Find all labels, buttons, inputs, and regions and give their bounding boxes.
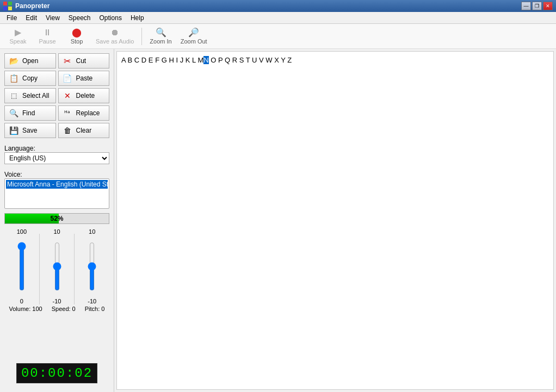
- stop-label: Stop: [71, 38, 83, 45]
- pitch-bottom: -10: [88, 298, 96, 304]
- minimize-button[interactable]: —: [521, 2, 531, 10]
- progress-label: 52%: [50, 215, 63, 222]
- pitch-track: [87, 235, 97, 298]
- zoom-in-button[interactable]: 🔍 Zoom In: [146, 27, 175, 46]
- cut-label: Cut: [76, 57, 87, 65]
- menu-bar: File Edit View Speech Options Help: [0, 12, 556, 24]
- volume-value-label: Volume: 100: [9, 306, 42, 312]
- app-icon: [3, 2, 12, 10]
- zoom-out-label: Zoom Out: [181, 38, 207, 45]
- app-title: Panopreter: [15, 2, 50, 10]
- open-label: Open: [22, 57, 38, 65]
- pitch-top: 10: [89, 228, 95, 235]
- volume-bottom: 0: [20, 298, 23, 304]
- pitch-slider-col: 10 -10: [75, 228, 109, 304]
- voice-list[interactable]: Microsoft Anna - English (United State: [4, 178, 109, 209]
- clear-icon: 🗑: [62, 125, 73, 136]
- paste-label: Paste: [76, 74, 93, 82]
- replace-button[interactable]: ᴴᵃ Replace: [58, 105, 110, 121]
- close-button[interactable]: ✕: [543, 2, 553, 10]
- menu-speech[interactable]: Speech: [64, 13, 95, 23]
- find-button[interactable]: 🔍 Find: [4, 105, 56, 121]
- save-icon: 💾: [8, 125, 19, 136]
- delete-label: Delete: [76, 92, 95, 99]
- menu-help[interactable]: Help: [126, 13, 149, 23]
- speed-track: [52, 235, 63, 298]
- speed-bottom: -10: [53, 298, 61, 304]
- select-all-button[interactable]: ⬚ Select All: [4, 88, 56, 103]
- pause-label: Pause: [39, 38, 55, 45]
- speed-top: 10: [53, 228, 60, 235]
- editor-area[interactable]: A B C D E F G H I J K L MN O P Q R S T U…: [116, 51, 554, 390]
- open-button[interactable]: 📂 Open: [4, 53, 56, 69]
- paste-icon: 📄: [62, 73, 73, 84]
- save-label: Save: [22, 127, 37, 134]
- replace-icon: ᴴᵃ: [62, 108, 73, 119]
- zoom-out-icon: 🔎: [188, 28, 199, 37]
- speed-value-label: Speed: 0: [52, 306, 76, 312]
- pause-icon: ⏸: [43, 28, 52, 37]
- left-panel: 📂 Open ✂ Cut 📋 Copy 📄 Paste ⬚ Select All…: [0, 49, 114, 392]
- speak-button[interactable]: ▶ Speak: [4, 27, 32, 46]
- speed-slider-col: 10 -10: [40, 228, 75, 304]
- timer-display: 00:00:02: [16, 363, 97, 383]
- quick-access-grid: 📂 Open ✂ Cut 📋 Copy 📄 Paste ⬚ Select All…: [4, 53, 109, 138]
- save-audio-button[interactable]: ⏺ Save as Audio: [92, 27, 137, 46]
- volume-slider[interactable]: [16, 242, 27, 291]
- save-button[interactable]: 💾 Save: [4, 123, 56, 138]
- pitch-value-label: Pitch: 0: [85, 306, 105, 312]
- sliders-labels: Volume: 100 Speed: 0 Pitch: 0: [4, 306, 109, 312]
- language-label: Language:: [4, 145, 109, 152]
- editor-content-before: A B C D E F G H I J K L M: [121, 56, 203, 64]
- toolbar-sep-1: [141, 28, 142, 45]
- find-icon: 🔍: [8, 108, 19, 119]
- menu-edit[interactable]: Edit: [21, 13, 41, 23]
- editor-highlighted-char: N: [203, 56, 208, 64]
- cut-button[interactable]: ✂ Cut: [58, 53, 110, 69]
- menu-file[interactable]: File: [2, 13, 21, 23]
- copy-icon: 📋: [8, 73, 19, 84]
- sliders-area: 100 0 10 -10 10: [4, 228, 109, 304]
- speak-label: Speak: [9, 38, 26, 45]
- open-icon: 📂: [8, 55, 19, 66]
- clear-label: Clear: [76, 127, 92, 134]
- paste-button[interactable]: 📄 Paste: [58, 71, 110, 86]
- language-section: Language: English (US) English (UK) Span…: [4, 142, 109, 164]
- restore-button[interactable]: ❐: [532, 2, 542, 10]
- select-all-label: Select All: [22, 92, 49, 99]
- main-layout: 📂 Open ✂ Cut 📋 Copy 📄 Paste ⬚ Select All…: [0, 49, 556, 392]
- zoom-out-button[interactable]: 🔎 Zoom Out: [177, 27, 211, 46]
- zoom-in-label: Zoom In: [150, 38, 171, 45]
- replace-label: Replace: [76, 109, 100, 117]
- toolbar: ▶ Speak ⏸ Pause ⬤ Stop ⏺ Save as Audio 🔍…: [0, 24, 556, 49]
- clear-button[interactable]: 🗑 Clear: [58, 123, 110, 138]
- copy-button[interactable]: 📋 Copy: [4, 71, 56, 86]
- speak-icon: ▶: [15, 28, 21, 37]
- title-bar-left: Panopreter: [3, 2, 50, 10]
- save-audio-icon: ⏺: [110, 28, 119, 37]
- delete-icon: ✕: [62, 90, 73, 101]
- menu-view[interactable]: View: [41, 13, 64, 23]
- volume-top: 100: [17, 228, 27, 235]
- zoom-in-icon: 🔍: [156, 28, 166, 37]
- editor-content-after: O P Q R S T U V W X Y Z: [209, 56, 292, 64]
- delete-button[interactable]: ✕ Delete: [58, 88, 110, 103]
- timer-area: 00:00:02: [4, 359, 109, 388]
- title-bar-controls: — ❐ ✕: [521, 2, 553, 10]
- pause-button[interactable]: ⏸ Pause: [34, 27, 61, 46]
- menu-options[interactable]: Options: [95, 13, 126, 23]
- select-all-icon: ⬚: [8, 90, 19, 101]
- progress-bar: 52%: [4, 213, 109, 224]
- stop-button[interactable]: ⬤ Stop: [63, 27, 90, 46]
- language-select[interactable]: English (US) English (UK) Spanish French…: [4, 152, 109, 164]
- speed-slider[interactable]: [52, 242, 63, 291]
- pitch-slider[interactable]: [87, 242, 97, 291]
- title-bar: Panopreter — ❐ ✕: [0, 0, 556, 12]
- voice-label: Voice:: [4, 171, 109, 178]
- copy-label: Copy: [22, 74, 38, 82]
- find-label: Find: [22, 109, 35, 117]
- sliders-section: 100 0 10 -10 10: [4, 228, 109, 312]
- voice-section: Voice: Microsoft Anna - English (United …: [4, 169, 109, 209]
- volume-track: [16, 235, 27, 298]
- stop-icon: ⬤: [72, 28, 82, 37]
